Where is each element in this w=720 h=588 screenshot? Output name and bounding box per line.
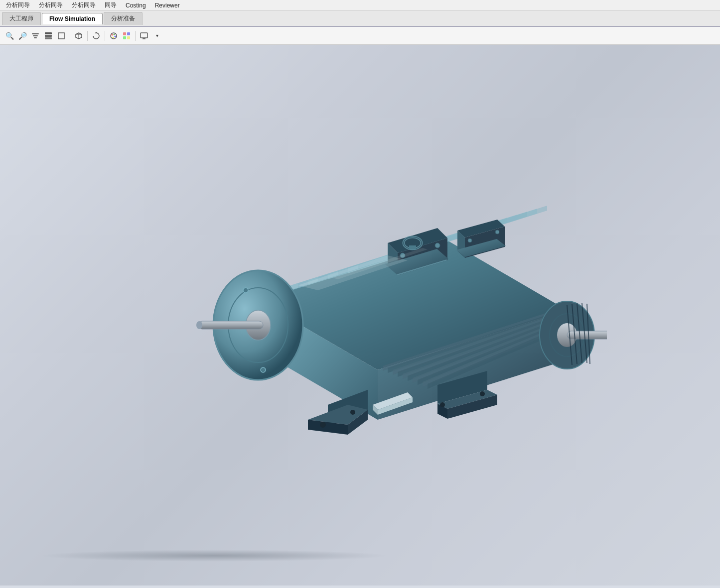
svg-point-88	[480, 391, 485, 396]
svg-point-67	[435, 243, 440, 248]
tab-dagongchengshi[interactable]: 大工程师	[2, 12, 41, 25]
svg-rect-16	[123, 32, 126, 35]
svg-point-76	[495, 230, 499, 234]
motor-3d-model	[158, 141, 607, 489]
svg-point-81	[320, 422, 326, 428]
tab-fenxizhunbei[interactable]: 分析准备	[104, 12, 143, 25]
svg-rect-1	[33, 35, 38, 36]
zoom-icon[interactable]: 🔎	[17, 30, 28, 41]
svg-point-90	[261, 367, 266, 372]
svg-point-57	[196, 321, 202, 329]
motor-svg	[158, 141, 607, 489]
color-swatch-icon[interactable]	[121, 30, 132, 41]
svg-point-12	[112, 34, 113, 35]
svg-rect-58	[567, 331, 607, 339]
svg-point-87	[440, 402, 445, 407]
tab-flow-simulation[interactable]: Flow Simulation	[42, 13, 103, 24]
svg-rect-20	[141, 33, 147, 38]
svg-rect-3	[45, 32, 52, 34]
search-icon[interactable]: 🔍	[4, 30, 15, 41]
svg-rect-17	[127, 32, 130, 35]
menu-item-fenxi3[interactable]: 分析同导	[68, 0, 100, 10]
display-icon[interactable]	[139, 30, 149, 41]
svg-rect-6	[58, 33, 64, 39]
menu-item-tongdao[interactable]: 同导	[101, 0, 121, 10]
svg-point-13	[114, 33, 115, 35]
svg-point-89	[243, 288, 248, 293]
svg-rect-18	[123, 36, 126, 39]
motor-shadow	[40, 550, 389, 562]
separator-2	[87, 31, 88, 41]
menu-item-fenxi2[interactable]: 分析同导	[35, 0, 67, 10]
svg-rect-4	[45, 35, 52, 37]
rotate-icon[interactable]	[91, 30, 102, 41]
svg-point-82	[350, 410, 355, 415]
palette-icon[interactable]	[108, 30, 119, 41]
separator-3	[105, 31, 105, 41]
svg-rect-0	[32, 33, 39, 34]
svg-point-14	[115, 35, 116, 37]
cube-icon[interactable]	[73, 30, 84, 41]
filter-icon[interactable]	[30, 30, 41, 41]
menu-item-reviewer[interactable]: Reviewer	[151, 1, 184, 10]
menu-item-costing[interactable]: Costing	[122, 1, 150, 10]
svg-rect-5	[45, 37, 52, 39]
menu-bar: 分析同导 分析同导 分析同导 同导 Costing Reviewer	[0, 0, 720, 11]
box-select-icon[interactable]	[56, 30, 67, 41]
main-viewport[interactable]	[0, 45, 720, 586]
svg-rect-19	[127, 36, 130, 39]
svg-rect-55	[198, 321, 263, 329]
svg-point-75	[468, 238, 472, 242]
tab-bar: 大工程师 Flow Simulation 分析准备	[0, 11, 720, 27]
separator-1	[70, 31, 70, 41]
svg-rect-70	[409, 245, 416, 249]
svg-rect-2	[34, 37, 37, 38]
svg-marker-10	[95, 32, 98, 33]
menu-item-fenxi1[interactable]: 分析同导	[2, 0, 34, 10]
toolbar: 🔍 🔎 ▾	[0, 27, 720, 45]
separator-4	[135, 31, 136, 41]
display-dropdown-icon[interactable]: ▾	[151, 30, 162, 41]
layers-icon[interactable]	[43, 30, 54, 41]
svg-point-11	[111, 33, 117, 39]
svg-point-15	[113, 36, 114, 38]
